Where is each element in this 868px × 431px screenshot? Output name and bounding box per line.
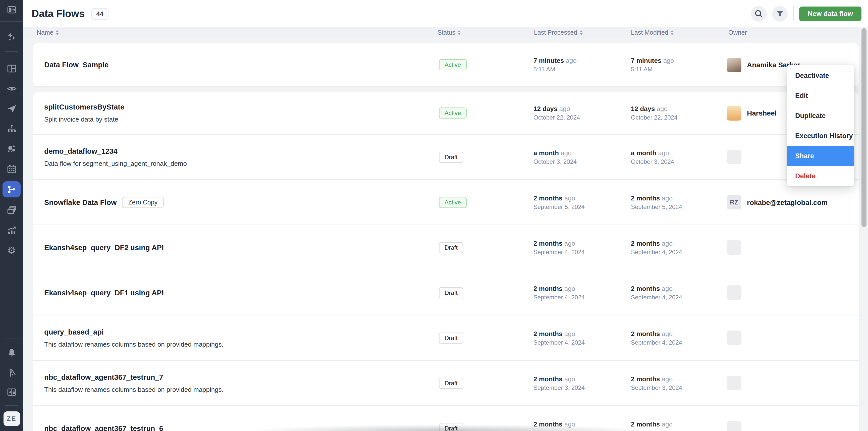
flow-description: This dataflow renames columns based on p… [44,340,223,348]
status-badge: Draft [439,151,463,162]
table-row[interactable]: nbc_dataflow_agent367_testrun_6 Draft 2 … [33,405,859,431]
sidebar-item-data-flows-active[interactable] [0,181,23,198]
menu-item-edit[interactable]: Edit [787,85,854,105]
table-row[interactable]: nbc_dataflow_agent367_testrun_7 This dat… [33,360,859,405]
table-row[interactable]: splitCustomersByState Split invoice data… [33,92,859,134]
filter-funnel-icon [775,9,785,18]
flow-name: nbc_dataflow_agent367_testrun_6 [44,424,163,431]
flow-description: Split invoice data by state [44,116,118,123]
ze-logo: ZE [3,411,20,426]
page-title: Data Flows [32,8,85,19]
sidebar-item-docs[interactable]: A [0,383,23,400]
owner-avatar [727,376,741,390]
rows-card: splitCustomersByState Split invoice data… [33,92,859,431]
column-header-status[interactable]: Status [437,27,461,38]
flow-name: splitCustomersByState [44,103,124,111]
sidebar-item-notifications[interactable] [0,344,23,361]
sidebar-divider [5,405,18,406]
address-book-icon: A [6,387,17,397]
sidebar: ⚙ A ZE [0,0,23,431]
column-header-last-modified[interactable]: Last Modified [631,27,674,38]
sparkles-icon [6,31,17,42]
stacked-copies-icon [6,205,17,215]
owner-avatar [727,150,741,164]
sidebar-item-dashboard[interactable] [0,60,23,77]
owner-avatar [727,106,741,120]
column-header-name[interactable]: Name [37,27,59,38]
toolbar-divider [793,6,794,21]
sidebar-toggle-button[interactable] [0,1,23,18]
flow-description: Data flow for segment_using_agent_ronak_… [44,159,187,167]
search-icon [754,9,764,18]
sidebar-divider [0,21,23,22]
table-row[interactable]: Data Flow_Sample Active 7 minutes ago 5:… [33,43,859,86]
svg-text:A: A [8,390,11,394]
search-button[interactable] [751,6,767,21]
bell-icon [6,347,17,358]
sort-arrows-icon [580,30,583,35]
column-header-last-processed[interactable]: Last Processed [534,27,583,38]
table-row[interactable]: Snowflake Data FlowZero Copy Active 2 mo… [33,179,859,224]
table-row[interactable]: Ekansh4sep_query_DF1 using API Draft 2 m… [33,270,859,315]
flow-name: Ekansh4sep_query_DF2 using API [44,243,164,251]
sidebar-divider [5,51,18,52]
table-row[interactable]: Ekansh4sep_query_DF2 using API Draft 2 m… [33,224,859,270]
menu-item-execution-history[interactable]: Execution History [787,126,854,146]
sort-arrows-icon [671,30,674,35]
sidebar-item-analytics[interactable] [0,221,23,239]
sidebar-divider [5,339,18,339]
status-badge: Draft [439,377,463,389]
scrollbar-thumb[interactable] [862,28,867,227]
sidebar-item-campaigns[interactable] [0,100,23,117]
menu-item-delete[interactable]: Delete [787,166,854,186]
dashboard-icon [6,63,17,73]
table-row[interactable]: query_based_api This dataflow renames co… [33,315,859,360]
menu-item-deactivate[interactable]: Deactivate [787,65,854,85]
vertical-scrollbar[interactable] [860,27,868,431]
flow-name: nbc_dataflow_agent367_testrun_7 [44,373,163,381]
table-row[interactable]: demo_dataflow_1234 Data flow for segment… [33,134,859,179]
sidebar-item-assets[interactable] [0,202,23,218]
new-data-flow-button[interactable]: New data flow [799,6,862,21]
zero-copy-tag: Zero Copy [122,197,163,208]
flow-name: Snowflake Data Flow [44,198,117,206]
table-header: Name Status Last Processed Last Modified… [23,27,859,38]
owner-avatar [727,58,741,72]
sidebar-item-audiences[interactable] [0,80,23,97]
sidebar-item-segments[interactable] [0,140,23,157]
flow-name: demo_dataflow_1234 [44,147,118,155]
hierarchy-icon [6,123,17,134]
calendar-icon [6,163,17,174]
sort-arrows-icon [458,30,461,35]
sidebar-logo-button[interactable]: ZE [0,410,23,427]
row-card-selected: Data Flow_Sample Active 7 minutes ago 5:… [33,43,859,86]
menu-item-share[interactable]: Share [787,146,854,166]
flow-description: This dataflow renames columns based on p… [44,386,223,393]
sidebar-item-signals[interactable] [0,364,23,381]
menu-item-duplicate[interactable]: Duplicate [787,105,854,126]
sidebar-item-calendar[interactable] [0,160,23,177]
sidebar-collapse-icon [6,4,17,15]
status-badge: Draft [439,287,463,298]
owner-avatar [727,331,741,345]
owner-name: Harsheel [747,109,777,117]
status-badge: Draft [439,242,463,253]
topbar: Data Flows 44 New data flow [23,0,868,27]
target-eye-icon [6,83,17,94]
status-badge: Active [439,59,466,70]
road-icon [6,367,17,377]
active-item-highlight [2,181,21,197]
owner-avatar [727,285,741,300]
send-plane-icon [6,103,17,114]
app-window: ⚙ A ZE [0,0,868,431]
status-badge: Draft [439,332,463,343]
flow-name: Data Flow_Sample [44,61,108,69]
sidebar-item-ai-assistant[interactable] [0,28,23,45]
filter-button[interactable] [772,6,787,21]
flow-name: Ekansh4sep_query_DF1 using API [44,288,164,297]
row-context-menu: Deactivate Edit Duplicate Execution Hist… [787,65,854,186]
owner-avatar [727,240,741,255]
status-badge: Draft [439,423,463,431]
sidebar-item-journeys[interactable] [0,120,23,137]
sidebar-item-settings[interactable]: ⚙ [0,242,23,259]
